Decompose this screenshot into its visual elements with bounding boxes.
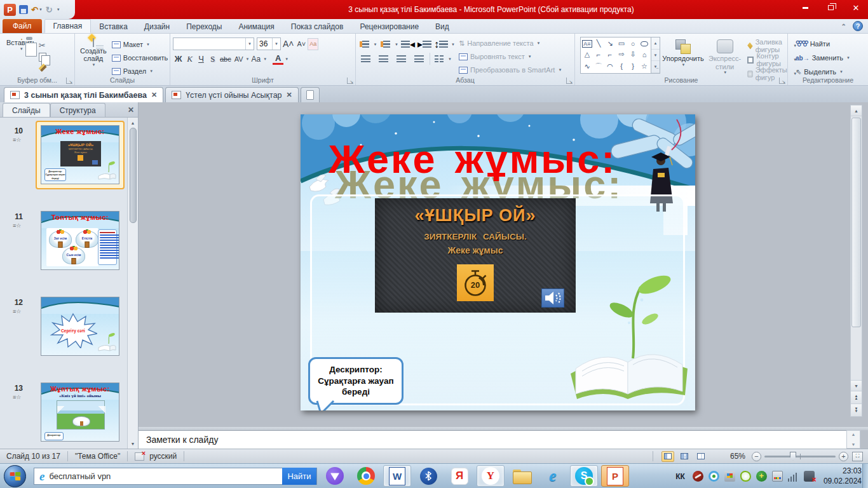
taskbar-explorer-button[interactable] bbox=[508, 465, 536, 487]
bullets-button[interactable] bbox=[358, 38, 370, 50]
tray-printer-icon[interactable] bbox=[772, 471, 783, 482]
close-doc-tab-icon[interactable]: ✕ bbox=[287, 91, 292, 99]
shape-elbow-arrow-icon[interactable]: ⌐ bbox=[608, 51, 612, 58]
restore-button[interactable] bbox=[822, 3, 839, 13]
paragraph-dialog-launcher[interactable] bbox=[566, 78, 573, 84]
shape-pentagon-icon[interactable]: ⌂ bbox=[642, 51, 647, 58]
taskbar-word-button[interactable]: W bbox=[383, 465, 411, 487]
audio-speaker-button[interactable] bbox=[541, 288, 564, 308]
change-case-button[interactable]: Aa bbox=[250, 53, 262, 65]
cut-icon[interactable] bbox=[39, 39, 47, 51]
clipboard-dialog-launcher[interactable] bbox=[66, 78, 72, 84]
tray-windows-update-icon[interactable] bbox=[724, 471, 735, 482]
new-slide-button[interactable]: Создать слайд▼ bbox=[78, 36, 109, 78]
text-shadow-button[interactable]: S bbox=[207, 53, 218, 65]
notes-pane[interactable]: Заметки к слайду bbox=[139, 430, 846, 449]
taskbar-alice-button[interactable] bbox=[321, 465, 349, 487]
font-color-button[interactable]: А bbox=[273, 53, 283, 65]
close-doc-tab-icon[interactable]: ✕ bbox=[151, 91, 157, 99]
pane-tab-slides[interactable]: Слайды bbox=[3, 103, 50, 117]
taskbar-skype-button[interactable]: S bbox=[570, 465, 598, 487]
taskbar-clock[interactable]: 23:03 09.02.2024 bbox=[820, 466, 862, 486]
slide-thumbnail-13[interactable]: Жұптық жұмыс: «Киіз үй іші» ойыны Дескри… bbox=[41, 383, 119, 442]
close-pane-icon[interactable]: ✕ bbox=[128, 105, 134, 114]
shape-left-brace-icon[interactable]: { bbox=[620, 62, 623, 70]
tray-network-signal-icon[interactable] bbox=[788, 471, 799, 482]
shapes-scroll-up[interactable]: ▲ bbox=[651, 37, 660, 50]
language-indicator[interactable]: русский bbox=[147, 452, 179, 461]
tray-power-plug-icon[interactable] bbox=[804, 471, 815, 482]
pane-tab-outline[interactable]: Структура bbox=[50, 103, 105, 117]
taskbar-powerpoint-button[interactable]: P bbox=[601, 465, 629, 487]
tab-animations[interactable]: Анимация bbox=[230, 20, 282, 33]
reset-button[interactable]: Восстановить bbox=[111, 51, 169, 64]
redo-button[interactable]: ↻ bbox=[46, 5, 53, 15]
start-button[interactable] bbox=[4, 465, 26, 487]
copy-icon[interactable] bbox=[39, 53, 46, 62]
shape-arrow-icon[interactable]: ↘ bbox=[607, 39, 613, 48]
find-button[interactable]: ꕢꕢНайти bbox=[794, 37, 868, 50]
save-button[interactable] bbox=[19, 5, 28, 14]
slide-scrollbar[interactable]: ▲ ▼ ▲▲ ▼▼ bbox=[850, 105, 862, 417]
next-slide-button[interactable]: ▼▼ bbox=[851, 403, 862, 416]
shape-scribble-icon[interactable]: ∿ bbox=[584, 62, 590, 71]
tab-slideshow[interactable]: Показ слайдов bbox=[283, 20, 352, 33]
tray-downloader-icon[interactable] bbox=[709, 471, 719, 482]
shape-oval-icon[interactable]: ○ bbox=[631, 40, 635, 48]
zoom-out-button[interactable]: − bbox=[752, 452, 761, 461]
search-input[interactable] bbox=[49, 471, 282, 481]
grow-font-button[interactable]: A˄ bbox=[281, 38, 295, 50]
convert-smartart-button[interactable]: Преобразовать в SmartArt▼ bbox=[458, 64, 563, 76]
tab-insert[interactable]: Вставка bbox=[91, 20, 136, 33]
quick-styles-button[interactable]: Экспресс-стили▼ bbox=[706, 37, 743, 80]
keyboard-language-indicator[interactable]: КК bbox=[673, 472, 688, 481]
slide-thumbnail-10[interactable]: Жеке жұмыс: «ҰШҚЫР ОЙ» ЗИЯТКЕРЛІК САЙЫСЫ… bbox=[41, 125, 119, 184]
align-center-button[interactable] bbox=[376, 53, 390, 65]
scroll-down-icon[interactable]: ▼ bbox=[851, 380, 862, 391]
theme-name[interactable]: "Тема Office" bbox=[72, 452, 123, 461]
line-spacing-button[interactable]: ↕ bbox=[434, 38, 448, 50]
italic-button[interactable]: К bbox=[184, 53, 195, 65]
tab-view[interactable]: Вид bbox=[427, 20, 458, 33]
clear-formatting-button[interactable]: Aa bbox=[308, 38, 318, 50]
normal-view-button[interactable] bbox=[661, 451, 674, 462]
taskbar-search-box[interactable]: e Найти bbox=[34, 468, 317, 485]
strikethrough-button[interactable]: abc bbox=[219, 53, 233, 65]
increase-indent-button[interactable]: ▸ bbox=[417, 38, 431, 50]
show-desktop-button[interactable] bbox=[862, 464, 868, 488]
justify-button[interactable] bbox=[412, 53, 426, 65]
shapes-scroll-down[interactable]: ▼ bbox=[651, 50, 660, 62]
character-spacing-button[interactable]: AV bbox=[233, 53, 245, 65]
font-size-combo[interactable]: 36▼ bbox=[257, 37, 281, 50]
font-dialog-launcher[interactable] bbox=[347, 78, 353, 84]
slideshow-view-button[interactable] bbox=[711, 451, 724, 462]
slide-title[interactable]: Жеке жұмыс: bbox=[329, 136, 616, 182]
shapes-gallery[interactable]: A≡ ╲ ↘ ▭ ○ △ ⌐ ⌐ ⇨ ⇩ ⌂ ∿ ⌒ ◠ bbox=[580, 37, 651, 74]
qat-more-button[interactable]: ▼ bbox=[56, 8, 60, 11]
slide-thumbnail-12[interactable]: Сергіту сәті bbox=[41, 297, 119, 356]
arrange-button[interactable]: Упорядочить▼ bbox=[663, 37, 703, 80]
underline-button[interactable]: Ч bbox=[196, 53, 207, 65]
tab-review[interactable]: Рецензирование bbox=[351, 20, 427, 33]
shape-right-arrow-icon[interactable]: ⇨ bbox=[618, 50, 624, 58]
numbering-button[interactable] bbox=[380, 38, 392, 50]
layout-button[interactable]: Макет▼ bbox=[111, 38, 169, 51]
shape-elbow-icon[interactable]: ⌐ bbox=[597, 51, 600, 58]
shape-curve-icon[interactable]: ⌒ bbox=[595, 62, 602, 71]
taskbar-yandex-button[interactable]: Y bbox=[477, 465, 505, 487]
powerpoint-app-icon[interactable]: P bbox=[4, 4, 16, 16]
help-button[interactable]: ? bbox=[853, 21, 863, 31]
reading-view-button[interactable] bbox=[695, 451, 707, 462]
shapes-more-button[interactable]: ▼̲ bbox=[651, 61, 660, 73]
scroll-down-icon[interactable]: ▼ bbox=[128, 438, 138, 449]
align-text-button[interactable]: Выровнять текст▼ bbox=[458, 50, 563, 63]
doc-tab-other[interactable]: Үстел үсті ойыны Асықтар ✕ bbox=[165, 87, 299, 102]
decrease-indent-button[interactable]: ◂ bbox=[401, 38, 415, 50]
drawing-dialog-launcher[interactable] bbox=[779, 78, 785, 84]
tab-home[interactable]: Главная bbox=[44, 19, 92, 33]
font-name-combo[interactable]: ▼ bbox=[173, 37, 254, 50]
scrollbar-track[interactable] bbox=[851, 116, 862, 380]
zoom-slider[interactable] bbox=[764, 456, 836, 458]
search-find-button[interactable]: Найти bbox=[282, 468, 316, 485]
doc-tab-current[interactable]: 3 сынып қазақ тілі Бакимбаева ✕ bbox=[4, 87, 163, 102]
